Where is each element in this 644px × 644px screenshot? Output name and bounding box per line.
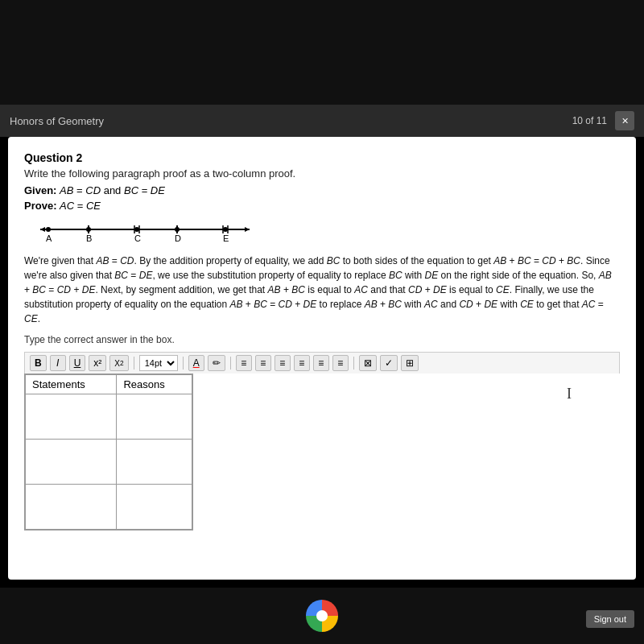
list-button-2[interactable]: ≡ xyxy=(255,355,271,371)
special-btn-3[interactable]: ⊞ xyxy=(401,355,419,371)
black-top-bar xyxy=(0,0,644,105)
svg-text:E: E xyxy=(223,233,229,243)
reason-cell[interactable] xyxy=(117,394,192,440)
subscript-button[interactable]: X2 xyxy=(109,355,128,371)
reasons-header: Reasons xyxy=(117,375,192,394)
header-bar: Honors of Geometry 10 of 11 ✕ xyxy=(0,105,644,137)
svg-point-3 xyxy=(46,227,51,232)
sign-out-button[interactable]: Sign out xyxy=(586,610,634,628)
header-right: 10 of 11 ✕ xyxy=(572,111,634,130)
given-line: Given: AB = CD and BC = DE xyxy=(24,184,620,196)
list-button-6[interactable]: ≡ xyxy=(332,355,349,371)
table-row xyxy=(26,440,192,485)
geometry-diagram: A B C D E xyxy=(24,220,620,244)
svg-point-8 xyxy=(134,227,139,232)
bold-button[interactable]: B xyxy=(30,355,47,371)
statement-cell[interactable] xyxy=(26,440,117,485)
reason-cell[interactable] xyxy=(117,440,192,485)
main-content: Question 2 Write the following paragraph… xyxy=(8,137,636,580)
page-indicator: 10 of 11 xyxy=(572,115,607,126)
editor-toolbar: B I U x² X2 14pt 10pt 12pt 16pt 18pt 24p… xyxy=(24,352,620,374)
font-color-button[interactable]: A xyxy=(188,355,204,371)
toolbar-separator-1 xyxy=(134,357,134,369)
highlight-button[interactable]: ✏ xyxy=(208,355,225,371)
reason-cell[interactable] xyxy=(117,485,192,530)
taskbar: Sign out xyxy=(0,588,644,644)
table-row xyxy=(26,394,192,440)
special-btn-1[interactable]: ⊠ xyxy=(359,355,377,371)
statements-header: Statements xyxy=(26,375,117,394)
font-size-select[interactable]: 14pt 10pt 12pt 16pt 18pt 24pt xyxy=(139,355,178,371)
list-button-3[interactable]: ≡ xyxy=(275,355,291,371)
svg-text:C: C xyxy=(134,233,141,243)
proof-paragraph: We're given that AB = CD. By the additio… xyxy=(24,254,620,326)
svg-text:D: D xyxy=(175,233,181,243)
underline-button[interactable]: U xyxy=(69,355,86,371)
statement-cell[interactable] xyxy=(26,485,117,530)
question-subtitle: Write the following paragraph proof as a… xyxy=(24,167,620,180)
svg-point-15 xyxy=(223,227,228,232)
text-cursor: I xyxy=(567,386,572,402)
superscript-button[interactable]: x² xyxy=(89,355,106,371)
svg-text:A: A xyxy=(46,233,52,243)
toolbar-separator-4 xyxy=(353,357,354,369)
svg-marker-2 xyxy=(245,227,250,232)
svg-marker-1 xyxy=(40,227,45,232)
statement-cell[interactable] xyxy=(26,394,117,440)
italic-button[interactable]: I xyxy=(50,355,66,371)
list-button-5[interactable]: ≡ xyxy=(313,355,329,371)
prove-line: Prove: AC = CE xyxy=(24,200,620,212)
proof-table-container: Statements Reasons xyxy=(24,374,193,530)
header-title: Honors of Geometry xyxy=(10,115,104,127)
toolbar-separator-3 xyxy=(230,357,231,369)
toolbar-separator-2 xyxy=(183,357,184,369)
svg-text:B: B xyxy=(86,233,92,243)
special-btn-2[interactable]: ✓ xyxy=(380,355,398,371)
diagram-svg: A B C D E xyxy=(24,220,266,244)
proof-table: Statements Reasons xyxy=(25,374,192,530)
list-button-4[interactable]: ≡ xyxy=(294,355,310,371)
chrome-icon[interactable] xyxy=(306,600,338,632)
table-row xyxy=(26,485,192,530)
exit-button[interactable]: ✕ xyxy=(615,111,634,130)
type-instruction: Type the correct answer in the box. xyxy=(24,334,620,345)
list-button-1[interactable]: ≡ xyxy=(236,355,252,371)
question-number: Question 2 xyxy=(24,151,620,164)
